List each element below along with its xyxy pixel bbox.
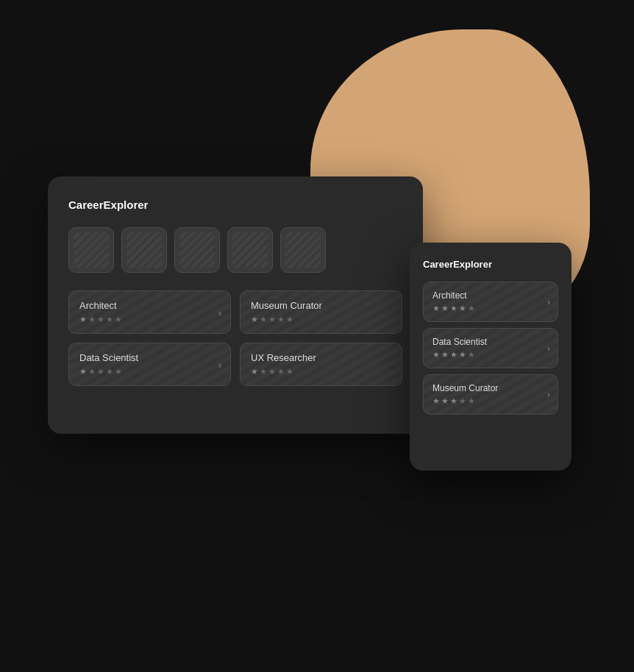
desktop-career-name-data-scientist: Data Scientist [79,352,220,363]
star-4: ★ [459,350,466,360]
star-5: ★ [468,350,475,360]
mobile-logo: CareerExplorer [423,259,558,270]
star-1: ★ [251,315,258,324]
star-4: ★ [277,367,285,376]
image-placeholder-2 [121,227,167,273]
desktop-career-name-architect: Architect [79,300,220,311]
image-placeholder-row [68,227,402,273]
star-1: ★ [79,315,87,324]
star-5: ★ [468,304,475,313]
star-1: ★ [251,367,258,376]
image-placeholder-1 [68,227,114,273]
star-5: ★ [468,396,475,406]
star-1: ★ [79,367,87,376]
mobile-logo-bold: Explorer [453,259,492,270]
star-2: ★ [441,396,449,406]
star-5: ★ [286,367,293,376]
desktop-career-name-museum-curator: Museum Curator [251,300,391,311]
mobile-career-name-museum-curator: Museum Curator [432,383,549,393]
mobile-career-name-data-scientist: Data Scientist [432,337,549,347]
logo-bold: Explorer [104,199,149,211]
mobile-logo-regular: Career [423,259,453,270]
mobile-stars-architect: ★ ★ ★ ★ ★ [432,304,549,313]
desktop-card: CareerExplorer Architect ★ ★ ★ ★ ★ › [48,176,423,434]
star-3: ★ [97,367,104,376]
mobile-career-item-museum-curator[interactable]: Museum Curator ★ ★ ★ ★ ★ › [423,374,558,415]
star-1: ★ [432,396,440,406]
star-2: ★ [260,367,267,376]
desktop-career-item-museum-curator[interactable]: Museum Curator ★ ★ ★ ★ ★ [240,290,402,334]
star-3: ★ [268,367,276,376]
star-4: ★ [459,396,466,406]
desktop-stars-data-scientist: ★ ★ ★ ★ ★ [79,367,220,376]
desktop-career-grid: Architect ★ ★ ★ ★ ★ › Museum Curator ★ ★… [68,290,402,386]
desktop-career-item-architect[interactable]: Architect ★ ★ ★ ★ ★ › [68,290,231,334]
mobile-card: CareerExplorer Architect ★ ★ ★ ★ ★ › Dat… [410,243,571,471]
star-4: ★ [277,315,285,324]
mobile-stars-data-scientist: ★ ★ ★ ★ ★ [432,350,549,360]
desktop-stars-architect: ★ ★ ★ ★ ★ [79,315,220,324]
desktop-stars-museum-curator: ★ ★ ★ ★ ★ [251,315,391,324]
star-5: ★ [115,367,122,376]
star-4: ★ [106,367,113,376]
star-5: ★ [286,315,293,324]
logo-regular: Career [68,199,104,211]
star-2: ★ [441,350,449,360]
mobile-career-name-architect: Architect [432,290,549,301]
star-1: ★ [432,304,440,313]
star-5: ★ [115,315,122,324]
star-4: ★ [459,304,466,313]
star-4: ★ [106,315,113,324]
star-3: ★ [450,396,457,406]
desktop-stars-ux-researcher: ★ ★ ★ ★ ★ [251,367,391,376]
star-2: ★ [88,367,96,376]
star-3: ★ [450,350,457,360]
star-2: ★ [260,315,267,324]
star-3: ★ [268,315,276,324]
desktop-career-item-data-scientist[interactable]: Data Scientist ★ ★ ★ ★ ★ › [68,343,231,386]
mobile-career-item-architect[interactable]: Architect ★ ★ ★ ★ ★ › [423,282,558,322]
star-2: ★ [441,304,449,313]
desktop-logo: CareerExplorer [68,199,402,211]
star-2: ★ [88,315,96,324]
star-3: ★ [450,304,457,313]
image-placeholder-3 [174,227,220,273]
image-placeholder-5 [280,227,326,273]
star-1: ★ [432,350,440,360]
star-3: ★ [97,315,104,324]
image-placeholder-4 [227,227,273,273]
desktop-career-name-ux-researcher: UX Researcher [251,352,391,363]
mobile-career-item-data-scientist[interactable]: Data Scientist ★ ★ ★ ★ ★ › [423,328,558,368]
desktop-career-item-ux-researcher[interactable]: UX Researcher ★ ★ ★ ★ ★ [240,343,402,386]
mobile-stars-museum-curator: ★ ★ ★ ★ ★ [432,396,549,406]
